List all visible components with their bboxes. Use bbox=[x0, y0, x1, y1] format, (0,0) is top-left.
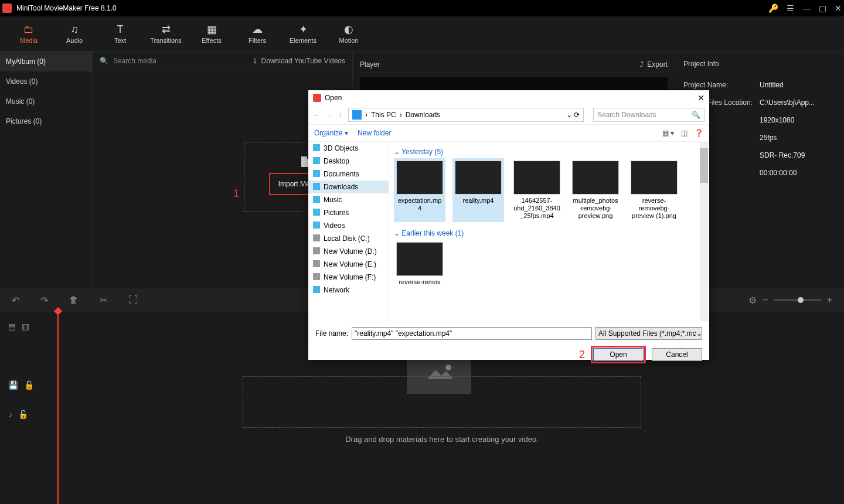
file-filter-select[interactable]: All Supported Files (*.mp4;*.mc⌄ bbox=[595, 327, 702, 340]
file-group-label[interactable]: ⌄ Yesterday (5) bbox=[394, 145, 705, 158]
player-title: Player bbox=[360, 60, 380, 69]
tab-motion[interactable]: ◐Motion bbox=[326, 16, 372, 51]
dialog-search-input[interactable]: Search Downloads 🔍 bbox=[593, 108, 705, 122]
tree-node[interactable]: Desktop bbox=[308, 155, 389, 168]
annotation-2: 2 bbox=[579, 349, 585, 361]
filename-input[interactable] bbox=[352, 327, 592, 340]
tab-transitions[interactable]: ⇄Transitions bbox=[143, 16, 189, 51]
transitions-icon: ⇄ bbox=[162, 24, 171, 35]
cut-button[interactable]: ✂ bbox=[100, 295, 107, 306]
tree-node[interactable]: New Volume (F:) bbox=[308, 271, 389, 284]
file-item[interactable]: 14642557-uhd_2160_3840_25fps.mp4 bbox=[511, 158, 563, 222]
annotation-1: 1 bbox=[233, 188, 239, 200]
project-info-title: Project Info bbox=[675, 52, 844, 76]
sidebar-header[interactable]: MyAlbum (0) bbox=[0, 52, 92, 71]
media-icon: 🗀 bbox=[23, 24, 34, 35]
tree-node[interactable]: New Volume (E:) bbox=[308, 258, 389, 271]
file-thumbnail bbox=[631, 161, 678, 195]
nav-up-button[interactable]: ↑ bbox=[339, 111, 342, 119]
tab-effects[interactable]: ▦Effects bbox=[189, 16, 234, 51]
redo-button[interactable]: ↷ bbox=[40, 295, 48, 306]
export-button[interactable]: ⤴Export bbox=[640, 60, 668, 69]
delete-button[interactable]: 🗑 bbox=[69, 295, 79, 305]
key-icon[interactable]: 🔑 bbox=[768, 4, 778, 13]
track-headers: ▤▥ 💾🔓 ♪🔓 bbox=[0, 312, 55, 504]
tab-elements[interactable]: ✦Elements bbox=[280, 16, 326, 51]
menu-icon[interactable]: ☰ bbox=[787, 4, 794, 13]
playhead[interactable] bbox=[57, 312, 59, 504]
folder-icon bbox=[313, 183, 320, 190]
info-value: Untitled bbox=[760, 81, 836, 89]
app-title: MiniTool MovieMaker Free 8.1.0 bbox=[16, 4, 768, 12]
sidebar-item[interactable]: Music (0) bbox=[0, 91, 92, 111]
file-name: reverse-removebg-preview (1).png bbox=[631, 197, 678, 220]
close-window-button[interactable]: ✕ bbox=[835, 4, 842, 13]
search-icon: 🔍 bbox=[100, 57, 108, 65]
file-name: 14642557-uhd_2160_3840_25fps.mp4 bbox=[513, 197, 560, 220]
view-mode-button[interactable]: ▦ ▾ bbox=[662, 129, 674, 137]
tab-media[interactable]: 🗀Media bbox=[6, 16, 52, 51]
filename-label: File name: bbox=[315, 329, 348, 338]
file-item[interactable]: reverse-remov bbox=[394, 240, 445, 288]
help-button[interactable]: ❓ bbox=[695, 129, 703, 137]
dialog-close-button[interactable]: ✕ bbox=[697, 93, 705, 103]
zoom-in-button[interactable]: + bbox=[827, 295, 832, 305]
maximize-button[interactable]: ▢ bbox=[819, 4, 826, 13]
save-track-icon[interactable]: 💾 bbox=[8, 380, 18, 390]
tab-text[interactable]: TText bbox=[97, 16, 143, 51]
undo-button[interactable]: ↶ bbox=[12, 295, 19, 306]
new-folder-button[interactable]: New folder bbox=[358, 129, 391, 137]
tree-node[interactable]: 3D Objects bbox=[308, 142, 389, 155]
tree-node[interactable]: Videos bbox=[308, 219, 389, 232]
file-item[interactable]: multiple_photos-removebg-preview.png bbox=[570, 158, 621, 222]
lock-icon-2[interactable]: 🔓 bbox=[18, 410, 28, 419]
tool-tabs: 🗀Media♫AudioTText⇄Transitions▦Effects☁Fi… bbox=[0, 16, 844, 52]
tree-node[interactable]: Local Disk (C:) bbox=[308, 232, 389, 245]
file-thumbnail bbox=[572, 161, 619, 195]
tree-node[interactable]: Pictures bbox=[308, 206, 389, 219]
zoom-controls: ⚙ − + bbox=[748, 295, 832, 306]
breadcrumb[interactable]: ›This PC ›Downloads ⌄ ⟳ bbox=[348, 108, 584, 122]
nav-back-button[interactable]: ← bbox=[313, 111, 320, 119]
lock-icon[interactable]: 🔓 bbox=[24, 380, 34, 390]
zoom-slider[interactable] bbox=[774, 299, 821, 301]
elements-icon: ✦ bbox=[299, 24, 308, 35]
sidebar-item[interactable]: Videos (0) bbox=[0, 71, 92, 91]
tree-node[interactable]: New Volume (D:) bbox=[308, 245, 389, 258]
organize-menu[interactable]: Organize ▾ bbox=[314, 129, 348, 137]
collapse-icon[interactable]: ▤ bbox=[8, 322, 16, 331]
tree-node[interactable]: Downloads bbox=[308, 181, 389, 193]
tree-node[interactable]: Documents bbox=[308, 168, 389, 181]
scrollbar[interactable] bbox=[700, 142, 708, 321]
timeline-dropzone[interactable] bbox=[243, 376, 641, 428]
folder-icon bbox=[313, 144, 320, 151]
tree-node[interactable]: Network bbox=[308, 284, 389, 297]
download-youtube-button[interactable]: ⤓Download YouTube Videos bbox=[252, 57, 345, 65]
filters-icon: ☁ bbox=[252, 24, 263, 35]
collapse2-icon[interactable]: ▥ bbox=[22, 322, 29, 331]
minimize-button[interactable]: — bbox=[802, 4, 811, 13]
folder-icon bbox=[313, 286, 320, 293]
settings-icon[interactable]: ⚙ bbox=[748, 295, 757, 306]
info-value: 1920x1080 bbox=[760, 116, 836, 124]
zoom-out-button[interactable]: − bbox=[763, 295, 768, 305]
file-group-label[interactable]: ⌄ Earlier this week (1) bbox=[394, 227, 705, 240]
tree-node[interactable]: Music bbox=[308, 193, 389, 206]
cancel-button[interactable]: Cancel bbox=[652, 348, 702, 361]
file-item[interactable]: reality.mp4 bbox=[452, 158, 504, 222]
drive-icon bbox=[352, 110, 362, 120]
open-button[interactable]: Open bbox=[593, 348, 644, 361]
search-input[interactable]: Search media bbox=[113, 57, 156, 65]
file-item[interactable]: reverse-removebg-preview (1).png bbox=[628, 158, 680, 222]
tab-audio[interactable]: ♫Audio bbox=[52, 16, 97, 51]
tab-filters[interactable]: ☁Filters bbox=[234, 16, 280, 51]
folder-icon bbox=[313, 260, 320, 267]
nav-fwd-button[interactable]: → bbox=[326, 111, 333, 119]
file-thumbnail bbox=[455, 161, 502, 195]
music-track-icon[interactable]: ♪ bbox=[8, 410, 12, 419]
sidebar-item[interactable]: Pictures (0) bbox=[0, 111, 92, 131]
file-item[interactable]: expectation.mp4 bbox=[394, 158, 445, 222]
preview-pane-button[interactable]: ◫ bbox=[681, 129, 688, 137]
crop-button[interactable]: ⛶ bbox=[128, 295, 138, 305]
file-name: expectation.mp4 bbox=[396, 197, 443, 212]
